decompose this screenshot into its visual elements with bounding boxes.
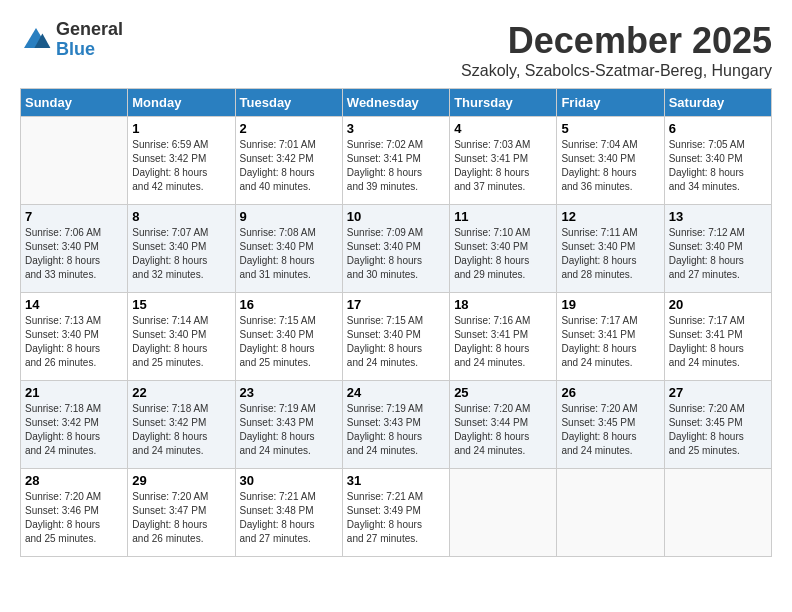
calendar-cell: 29Sunrise: 7:20 AM Sunset: 3:47 PM Dayli… [128, 469, 235, 557]
day-number: 15 [132, 297, 230, 312]
calendar-cell: 1Sunrise: 6:59 AM Sunset: 3:42 PM Daylig… [128, 117, 235, 205]
calendar-cell [21, 117, 128, 205]
calendar-cell: 6Sunrise: 7:05 AM Sunset: 3:40 PM Daylig… [664, 117, 771, 205]
day-number: 7 [25, 209, 123, 224]
logo: General Blue [20, 20, 123, 60]
calendar-cell [557, 469, 664, 557]
day-number: 28 [25, 473, 123, 488]
day-info: Sunrise: 7:21 AM Sunset: 3:48 PM Dayligh… [240, 490, 338, 546]
day-header-saturday: Saturday [664, 89, 771, 117]
day-info: Sunrise: 7:05 AM Sunset: 3:40 PM Dayligh… [669, 138, 767, 194]
calendar-week-2: 7Sunrise: 7:06 AM Sunset: 3:40 PM Daylig… [21, 205, 772, 293]
day-info: Sunrise: 7:04 AM Sunset: 3:40 PM Dayligh… [561, 138, 659, 194]
day-info: Sunrise: 7:15 AM Sunset: 3:40 PM Dayligh… [240, 314, 338, 370]
calendar-cell: 18Sunrise: 7:16 AM Sunset: 3:41 PM Dayli… [450, 293, 557, 381]
calendar-cell: 19Sunrise: 7:17 AM Sunset: 3:41 PM Dayli… [557, 293, 664, 381]
day-number: 12 [561, 209, 659, 224]
day-header-sunday: Sunday [21, 89, 128, 117]
day-info: Sunrise: 7:20 AM Sunset: 3:46 PM Dayligh… [25, 490, 123, 546]
day-number: 24 [347, 385, 445, 400]
day-number: 10 [347, 209, 445, 224]
day-info: Sunrise: 7:14 AM Sunset: 3:40 PM Dayligh… [132, 314, 230, 370]
day-info: Sunrise: 7:18 AM Sunset: 3:42 PM Dayligh… [132, 402, 230, 458]
day-number: 18 [454, 297, 552, 312]
calendar-week-5: 28Sunrise: 7:20 AM Sunset: 3:46 PM Dayli… [21, 469, 772, 557]
day-number: 22 [132, 385, 230, 400]
day-number: 16 [240, 297, 338, 312]
day-info: Sunrise: 7:16 AM Sunset: 3:41 PM Dayligh… [454, 314, 552, 370]
calendar-week-3: 14Sunrise: 7:13 AM Sunset: 3:40 PM Dayli… [21, 293, 772, 381]
day-number: 17 [347, 297, 445, 312]
calendar-header-row: SundayMondayTuesdayWednesdayThursdayFrid… [21, 89, 772, 117]
logo-text: General Blue [56, 20, 123, 60]
day-number: 9 [240, 209, 338, 224]
calendar-cell: 3Sunrise: 7:02 AM Sunset: 3:41 PM Daylig… [342, 117, 449, 205]
day-number: 19 [561, 297, 659, 312]
calendar-cell: 14Sunrise: 7:13 AM Sunset: 3:40 PM Dayli… [21, 293, 128, 381]
day-info: Sunrise: 7:21 AM Sunset: 3:49 PM Dayligh… [347, 490, 445, 546]
day-number: 29 [132, 473, 230, 488]
day-number: 20 [669, 297, 767, 312]
day-header-thursday: Thursday [450, 89, 557, 117]
month-title: December 2025 [461, 20, 772, 62]
day-number: 14 [25, 297, 123, 312]
day-number: 5 [561, 121, 659, 136]
calendar-cell: 9Sunrise: 7:08 AM Sunset: 3:40 PM Daylig… [235, 205, 342, 293]
calendar-table: SundayMondayTuesdayWednesdayThursdayFrid… [20, 88, 772, 557]
day-number: 27 [669, 385, 767, 400]
calendar-cell: 20Sunrise: 7:17 AM Sunset: 3:41 PM Dayli… [664, 293, 771, 381]
calendar-cell: 22Sunrise: 7:18 AM Sunset: 3:42 PM Dayli… [128, 381, 235, 469]
calendar-cell: 13Sunrise: 7:12 AM Sunset: 3:40 PM Dayli… [664, 205, 771, 293]
day-number: 11 [454, 209, 552, 224]
day-number: 30 [240, 473, 338, 488]
day-number: 8 [132, 209, 230, 224]
calendar-week-4: 21Sunrise: 7:18 AM Sunset: 3:42 PM Dayli… [21, 381, 772, 469]
location-title: Szakoly, Szabolcs-Szatmar-Bereg, Hungary [461, 62, 772, 80]
calendar-cell: 11Sunrise: 7:10 AM Sunset: 3:40 PM Dayli… [450, 205, 557, 293]
day-info: Sunrise: 7:20 AM Sunset: 3:44 PM Dayligh… [454, 402, 552, 458]
day-info: Sunrise: 7:02 AM Sunset: 3:41 PM Dayligh… [347, 138, 445, 194]
calendar-cell: 17Sunrise: 7:15 AM Sunset: 3:40 PM Dayli… [342, 293, 449, 381]
calendar-cell: 2Sunrise: 7:01 AM Sunset: 3:42 PM Daylig… [235, 117, 342, 205]
calendar-body: 1Sunrise: 6:59 AM Sunset: 3:42 PM Daylig… [21, 117, 772, 557]
day-number: 6 [669, 121, 767, 136]
day-info: Sunrise: 7:19 AM Sunset: 3:43 PM Dayligh… [240, 402, 338, 458]
day-number: 25 [454, 385, 552, 400]
calendar-cell [664, 469, 771, 557]
calendar-week-1: 1Sunrise: 6:59 AM Sunset: 3:42 PM Daylig… [21, 117, 772, 205]
day-info: Sunrise: 7:09 AM Sunset: 3:40 PM Dayligh… [347, 226, 445, 282]
day-number: 26 [561, 385, 659, 400]
day-info: Sunrise: 7:13 AM Sunset: 3:40 PM Dayligh… [25, 314, 123, 370]
day-number: 21 [25, 385, 123, 400]
day-info: Sunrise: 7:18 AM Sunset: 3:42 PM Dayligh… [25, 402, 123, 458]
day-number: 13 [669, 209, 767, 224]
calendar-cell: 25Sunrise: 7:20 AM Sunset: 3:44 PM Dayli… [450, 381, 557, 469]
day-header-tuesday: Tuesday [235, 89, 342, 117]
day-info: Sunrise: 7:20 AM Sunset: 3:47 PM Dayligh… [132, 490, 230, 546]
calendar-cell: 16Sunrise: 7:15 AM Sunset: 3:40 PM Dayli… [235, 293, 342, 381]
day-header-monday: Monday [128, 89, 235, 117]
day-info: Sunrise: 7:17 AM Sunset: 3:41 PM Dayligh… [561, 314, 659, 370]
calendar-cell: 27Sunrise: 7:20 AM Sunset: 3:45 PM Dayli… [664, 381, 771, 469]
day-number: 23 [240, 385, 338, 400]
day-info: Sunrise: 7:08 AM Sunset: 3:40 PM Dayligh… [240, 226, 338, 282]
calendar-cell: 23Sunrise: 7:19 AM Sunset: 3:43 PM Dayli… [235, 381, 342, 469]
calendar-cell: 26Sunrise: 7:20 AM Sunset: 3:45 PM Dayli… [557, 381, 664, 469]
calendar-cell: 4Sunrise: 7:03 AM Sunset: 3:41 PM Daylig… [450, 117, 557, 205]
day-info: Sunrise: 7:12 AM Sunset: 3:40 PM Dayligh… [669, 226, 767, 282]
logo-icon [20, 24, 52, 56]
day-info: Sunrise: 7:17 AM Sunset: 3:41 PM Dayligh… [669, 314, 767, 370]
calendar-cell [450, 469, 557, 557]
day-info: Sunrise: 7:03 AM Sunset: 3:41 PM Dayligh… [454, 138, 552, 194]
day-number: 2 [240, 121, 338, 136]
day-header-wednesday: Wednesday [342, 89, 449, 117]
logo-blue: Blue [56, 40, 123, 60]
day-number: 31 [347, 473, 445, 488]
day-number: 3 [347, 121, 445, 136]
calendar-cell: 15Sunrise: 7:14 AM Sunset: 3:40 PM Dayli… [128, 293, 235, 381]
calendar-cell: 7Sunrise: 7:06 AM Sunset: 3:40 PM Daylig… [21, 205, 128, 293]
day-info: Sunrise: 7:15 AM Sunset: 3:40 PM Dayligh… [347, 314, 445, 370]
day-number: 4 [454, 121, 552, 136]
day-info: Sunrise: 7:07 AM Sunset: 3:40 PM Dayligh… [132, 226, 230, 282]
calendar-cell: 5Sunrise: 7:04 AM Sunset: 3:40 PM Daylig… [557, 117, 664, 205]
